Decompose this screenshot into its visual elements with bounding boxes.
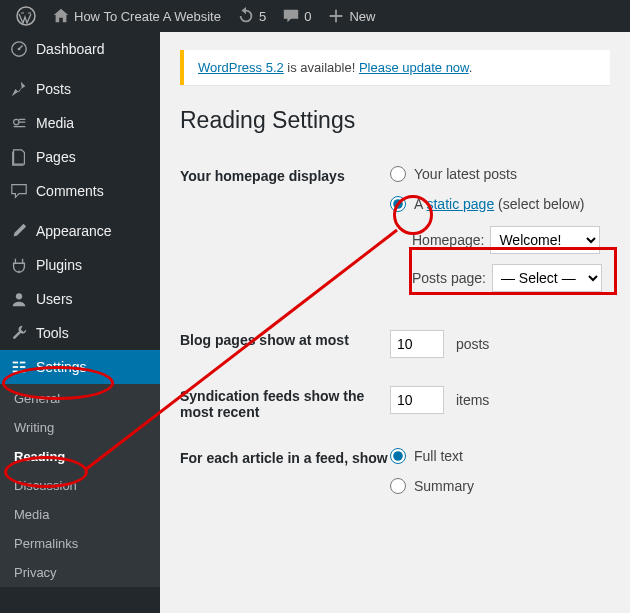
svg-rect-6 [20,362,25,364]
update-now-link[interactable]: Please update now [359,60,469,75]
menu-plugins[interactable]: Plugins [0,248,160,282]
posts-page-select-row: Posts page: — Select — [412,264,610,292]
svg-rect-8 [20,366,25,368]
menu-comments[interactable]: Comments [0,174,160,208]
menu-posts[interactable]: Posts [0,72,160,106]
page-title: Reading Settings [180,107,610,134]
comments-link[interactable]: 0 [274,0,319,32]
new-label: New [349,9,375,24]
submenu-privacy[interactable]: Privacy [0,558,160,587]
plugin-icon [10,256,28,274]
radio-static-page[interactable]: A static page (select below) [390,196,610,212]
posts-page-select[interactable]: — Select — [492,264,602,292]
syndication-label: Syndication feeds show the most recent [180,386,390,420]
blog-pages-label: Blog pages show at most [180,330,390,358]
menu-media[interactable]: Media [0,106,160,140]
blog-pages-input[interactable] [390,330,444,358]
svg-rect-7 [13,366,18,368]
updates-link[interactable]: 5 [229,0,274,32]
media-icon [10,114,28,132]
new-link[interactable]: New [319,0,383,32]
wp-logo[interactable] [8,0,44,32]
static-page-link[interactable]: static page [426,196,494,212]
svg-rect-10 [20,371,25,373]
submenu-discussion[interactable]: Discussion [0,471,160,500]
submenu-permalinks[interactable]: Permalinks [0,529,160,558]
svg-point-2 [18,48,21,51]
refresh-icon [237,7,255,25]
svg-rect-5 [13,362,18,364]
svg-point-3 [14,119,19,124]
radio-summary[interactable]: Summary [390,478,610,494]
admin-topbar: How To Create A Website 5 0 New [0,0,630,32]
svg-point-4 [16,293,22,299]
syndication-input[interactable] [390,386,444,414]
radio-latest-posts-input[interactable] [390,166,406,182]
homepage-select-row: Homepage: Welcome! [412,226,610,254]
radio-latest-posts[interactable]: Your latest posts [390,166,610,182]
submenu-general[interactable]: General [0,384,160,413]
radio-static-page-input[interactable] [390,196,406,212]
settings-submenu: General Writing Reading Discussion Media… [0,384,160,587]
homepage-select-label: Homepage: [412,232,484,248]
update-notice: WordPress 5.2 is available! Please updat… [180,50,610,85]
menu-dashboard[interactable]: Dashboard [0,32,160,66]
main-content: WordPress 5.2 is available! Please updat… [160,32,630,613]
wordpress-icon [16,6,36,26]
tools-icon [10,324,28,342]
comment-icon [282,7,300,25]
menu-tools[interactable]: Tools [0,316,160,350]
dashboard-icon [10,40,28,58]
site-name-link[interactable]: How To Create A Website [44,0,229,32]
user-icon [10,290,28,308]
updates-count: 5 [259,9,266,24]
menu-appearance[interactable]: Appearance [0,214,160,248]
blog-pages-unit: posts [456,336,489,352]
radio-full-text[interactable]: Full text [390,448,610,464]
admin-sidebar: Dashboard Posts Media Pages Comments App… [0,32,160,613]
menu-pages[interactable]: Pages [0,140,160,174]
submenu-writing[interactable]: Writing [0,413,160,442]
posts-page-select-label: Posts page: [412,270,486,286]
menu-users[interactable]: Users [0,282,160,316]
feed-article-label: For each article in a feed, show [180,448,390,508]
submenu-media[interactable]: Media [0,500,160,529]
site-name: How To Create A Website [74,9,221,24]
syndication-unit: items [456,392,489,408]
menu-settings[interactable]: Settings [0,350,160,384]
brush-icon [10,222,28,240]
radio-full-text-input[interactable] [390,448,406,464]
settings-icon [10,358,28,376]
wp-version-link[interactable]: WordPress 5.2 [198,60,284,75]
home-icon [52,7,70,25]
comments-count: 0 [304,9,311,24]
radio-summary-input[interactable] [390,478,406,494]
homepage-select[interactable]: Welcome! [490,226,600,254]
svg-rect-9 [13,371,18,373]
comments-icon [10,182,28,200]
pin-icon [10,80,28,98]
plus-icon [327,7,345,25]
homepage-displays-label: Your homepage displays [180,166,390,302]
submenu-reading[interactable]: Reading [0,442,160,471]
pages-icon [10,148,28,166]
